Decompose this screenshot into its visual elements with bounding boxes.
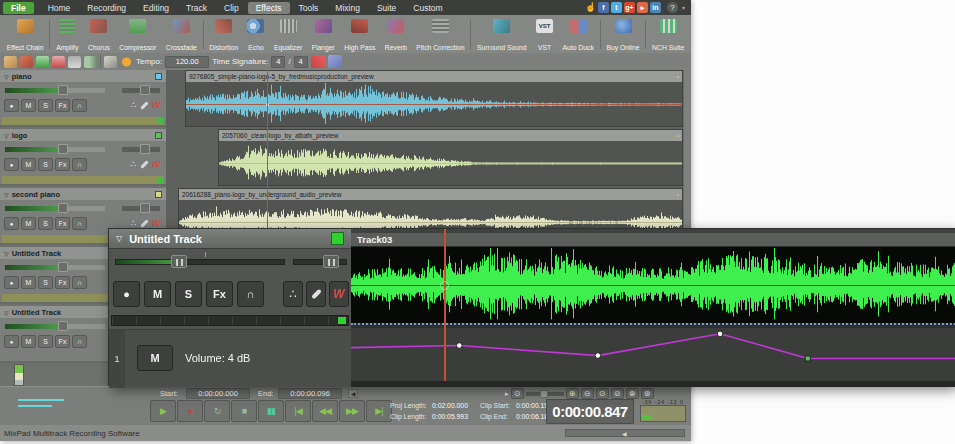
- nav-arrow-icon[interactable]: ▸: [505, 390, 509, 398]
- effect-chain-button[interactable]: Effect Chain: [2, 17, 48, 52]
- link-icon[interactable]: ▫: [677, 192, 679, 198]
- rewind-button[interactable]: ◀◀: [312, 400, 338, 422]
- tab-tools[interactable]: Tools: [291, 2, 327, 14]
- mute-button[interactable]: M: [21, 276, 36, 289]
- fx-button[interactable]: Fx: [55, 99, 70, 112]
- bell-icon[interactable]: [104, 56, 117, 68]
- clip-piano[interactable]: 9276805_simple-piano-logo-5_by_fredmusic…: [185, 70, 683, 127]
- pitch-correction-button[interactable]: Pitch Correction: [411, 17, 469, 52]
- collapse-icon[interactable]: ▽: [4, 132, 9, 139]
- tab-track[interactable]: Track: [178, 2, 215, 14]
- tab-custom[interactable]: Custom: [405, 2, 450, 14]
- automation-point[interactable]: [717, 331, 723, 337]
- go-to-end-button[interactable]: ▶|: [366, 400, 392, 422]
- distortion-button[interactable]: Distortion: [205, 17, 243, 52]
- export-icon[interactable]: [52, 56, 65, 68]
- automation-point[interactable]: [805, 356, 810, 361]
- clip-title[interactable]: Track03: [351, 233, 955, 247]
- arm-button[interactable]: ●: [4, 99, 19, 112]
- vst-button[interactable]: VSTVST: [531, 17, 557, 52]
- linkedin-icon[interactable]: in: [650, 2, 661, 13]
- solo-button[interactable]: S: [175, 281, 202, 307]
- arm-button[interactable]: ●: [4, 276, 19, 289]
- tab-effects[interactable]: Effects: [248, 2, 290, 14]
- hand-tool-icon[interactable]: [4, 56, 17, 68]
- solo-button[interactable]: S: [38, 335, 53, 348]
- pan-handle[interactable]: [140, 144, 150, 154]
- fx-button[interactable]: Fx: [55, 217, 70, 230]
- pan-handle[interactable]: [140, 203, 150, 213]
- monitor-button[interactable]: ∩: [72, 158, 87, 171]
- auto-duck-button[interactable]: Auto Duck: [558, 17, 599, 52]
- mute-button[interactable]: M: [144, 281, 171, 307]
- automation-icon[interactable]: W: [152, 158, 161, 171]
- tab-editing[interactable]: Editing: [135, 2, 177, 14]
- mixer-icon[interactable]: ∴: [131, 99, 137, 112]
- zoom-slider-icon[interactable]: ⊙: [511, 388, 524, 399]
- volume-handle[interactable]: [58, 321, 68, 331]
- reverb-button[interactable]: Reverb: [380, 17, 411, 52]
- email-icon[interactable]: [68, 56, 81, 68]
- volume-slider[interactable]: [5, 147, 105, 152]
- fx-button[interactable]: Fx: [55, 276, 70, 289]
- zoom-full-button[interactable]: ⊘: [611, 388, 624, 399]
- metronome-icon[interactable]: [120, 56, 133, 68]
- solo-button[interactable]: S: [38, 217, 53, 230]
- mute-button[interactable]: M: [21, 158, 36, 171]
- stop-button[interactable]: ■: [231, 400, 257, 422]
- import-icon[interactable]: [36, 56, 49, 68]
- link-icon[interactable]: ▫: [677, 133, 679, 139]
- lock-icon[interactable]: ▪: [673, 133, 675, 139]
- mute-button[interactable]: M: [21, 335, 36, 348]
- arm-button[interactable]: ●: [4, 335, 19, 348]
- like-icon[interactable]: ☝: [585, 2, 596, 13]
- horizontal-scrollbar[interactable]: ◀: [565, 429, 685, 437]
- help-icon[interactable]: ?: [667, 2, 678, 13]
- end-time-input[interactable]: 0:00:00.096: [278, 388, 342, 399]
- arm-button[interactable]: ●: [113, 281, 140, 307]
- mixer-icon[interactable]: ∴: [283, 281, 303, 307]
- link-icon[interactable]: ▫: [677, 74, 679, 80]
- youtube-icon[interactable]: ▸: [637, 2, 648, 13]
- facebook-icon[interactable]: f: [598, 2, 609, 13]
- monitor-button[interactable]: ∩: [237, 281, 264, 307]
- twitter-icon[interactable]: t: [611, 2, 622, 13]
- tab-recording[interactable]: Recording: [79, 2, 134, 14]
- scroll-left-icon[interactable]: ◀: [622, 430, 627, 437]
- play-button[interactable]: ▶: [150, 400, 176, 422]
- tab-clip[interactable]: Clip: [216, 2, 247, 14]
- echo-button[interactable]: Echo: [243, 17, 269, 52]
- monitor-button[interactable]: ∩: [72, 99, 87, 112]
- crossfade-button[interactable]: Crossfade: [161, 17, 201, 52]
- solo-button[interactable]: S: [38, 99, 53, 112]
- amplify-button[interactable]: Amplify: [51, 17, 83, 52]
- tempo-input[interactable]: 120.00: [165, 56, 209, 68]
- flanger-button[interactable]: Flanger: [307, 17, 340, 52]
- zoom-project-button[interactable]: ⊛: [641, 388, 654, 399]
- googleplus-icon[interactable]: g+: [624, 2, 635, 13]
- loop-button[interactable]: ↻: [204, 400, 230, 422]
- tab-mixing[interactable]: Mixing: [327, 2, 368, 14]
- go-to-start-button[interactable]: |◀: [285, 400, 311, 422]
- arm-button[interactable]: ●: [4, 158, 19, 171]
- pan-handle[interactable]: [323, 255, 339, 268]
- monitor-button[interactable]: ∩: [72, 217, 87, 230]
- volume-handle[interactable]: [58, 262, 68, 272]
- automation-mute-button[interactable]: M: [137, 345, 173, 371]
- fx-button[interactable]: Fx: [55, 158, 70, 171]
- volume-handle[interactable]: [58, 85, 68, 95]
- fx-button[interactable]: Fx: [206, 281, 233, 307]
- volume-slider[interactable]: [5, 88, 105, 93]
- chevron-down-icon[interactable]: ▾: [682, 4, 685, 11]
- time-signature-denominator-input[interactable]: 4: [294, 56, 308, 68]
- automation-point[interactable]: [595, 353, 601, 359]
- playhead-knob[interactable]: [440, 281, 449, 290]
- solo-button[interactable]: S: [38, 276, 53, 289]
- automation-point[interactable]: [456, 343, 462, 349]
- snap-off-icon[interactable]: [311, 55, 325, 68]
- high-pass-button[interactable]: High Pass: [340, 17, 380, 52]
- mute-button[interactable]: M: [21, 217, 36, 230]
- marker-icon[interactable]: [84, 56, 97, 68]
- collapse-icon[interactable]: ▽: [4, 250, 9, 257]
- zoom-slider-thumb[interactable]: [540, 390, 548, 398]
